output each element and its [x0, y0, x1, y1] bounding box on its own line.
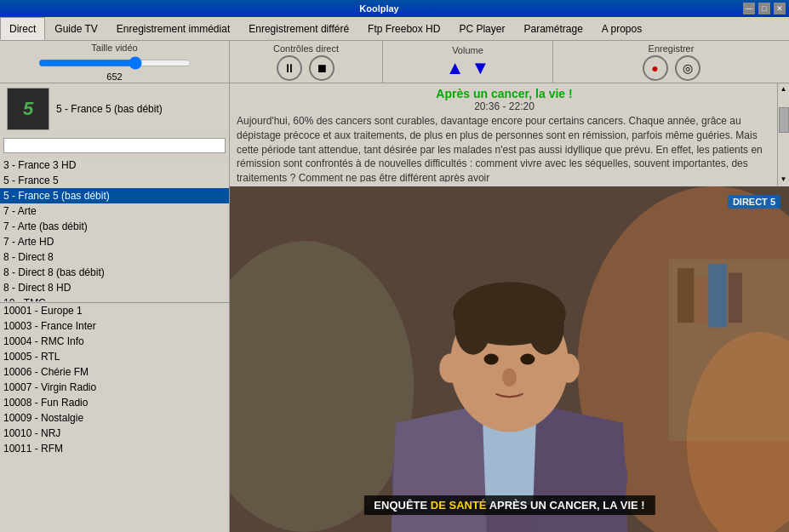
menu-guide-tv[interactable]: Guide TV	[45, 17, 106, 40]
list-item[interactable]: 7 - Arte	[0, 203, 229, 219]
program-info: Après un cancer, la vie ! 20:36 - 22:20 …	[230, 83, 789, 186]
svg-rect-6	[696, 277, 707, 323]
volume-down-button[interactable]: ▼	[472, 57, 490, 79]
list-item[interactable]: 5 - France 5	[0, 173, 229, 188]
menu-a-propos[interactable]: A propos	[592, 17, 651, 40]
program-scrollbar[interactable]: ▲ ▼	[777, 83, 789, 186]
subtitle-rest: APRÈS UN CANCER, LA VIE !	[487, 499, 645, 512]
direct-ctrl-buttons: ⏸ ⏹	[277, 55, 334, 81]
channel-logo-text: 5	[23, 98, 33, 120]
list-item[interactable]: 8 - Direct 8 HD	[0, 280, 229, 295]
menu-pc-player[interactable]: PC Player	[449, 17, 514, 40]
record-stop-button[interactable]: ◎	[675, 55, 700, 81]
menu-parametrage[interactable]: Paramétrage	[514, 17, 592, 40]
svg-rect-8	[729, 273, 742, 323]
svg-point-17	[520, 354, 535, 365]
subtitle-bar: ENQUÊTE DE SANTÉ APRÈS UN CANCER, LA VIE…	[363, 495, 655, 515]
left-panel: 5 5 - France 5 (bas débit) 3 - France 3 …	[0, 83, 230, 532]
channel-list[interactable]: 3 - France 3 HD 5 - France 5 5 - France …	[0, 157, 229, 302]
list-item[interactable]: 10008 - Fun Radio	[0, 395, 229, 410]
pause-button[interactable]: ⏸	[277, 55, 302, 81]
menu-ftp-freebox[interactable]: Ftp Freebox HD	[358, 17, 449, 40]
program-title: Après un cancer, la vie !	[237, 87, 772, 100]
direct-controls-section: Contrôles direct ⏸ ⏹	[230, 41, 383, 83]
menu-bar: Direct Guide TV Enregistrement immédiat …	[0, 17, 789, 41]
video-size-body	[38, 54, 192, 72]
radio-list[interactable]: 10001 - Europe 1 10003 - France Inter 10…	[0, 303, 229, 532]
channel-name: 5 - France 5 (bas débit)	[56, 103, 163, 115]
video-size-section: Taille vidéo 652	[0, 41, 230, 83]
list-item-selected[interactable]: 5 - France 5 (bas débit)	[0, 188, 229, 203]
svg-point-14	[455, 300, 491, 355]
list-item[interactable]: 10004 - RMC Info	[0, 334, 229, 349]
list-item[interactable]: 10003 - France Inter	[0, 318, 229, 334]
enregistrer-buttons: ● ◎	[643, 55, 700, 81]
enregistrer-label: Enregistrer	[649, 43, 695, 54]
scroll-down-arrow[interactable]: ▼	[780, 174, 787, 186]
video-size-label: Taille vidéo	[91, 43, 137, 53]
direct-ctrl-label: Contrôles direct	[273, 43, 339, 54]
svg-point-19	[439, 354, 461, 383]
svg-point-16	[484, 354, 499, 365]
subtitle-de-sante: DE SANTÉ	[431, 499, 487, 512]
video-size-slider[interactable]	[38, 56, 192, 70]
list-item[interactable]: 10001 - Europe 1	[0, 303, 229, 318]
content-area: 5 5 - France 5 (bas débit) 3 - France 3 …	[0, 83, 789, 532]
list-item[interactable]: 8 - Direct 8	[0, 249, 229, 265]
list-item[interactable]: 8 - Direct 8 (bas débit)	[0, 265, 229, 280]
record-button[interactable]: ●	[643, 55, 668, 81]
program-description: Aujourd'hui, 60% des cancers sont curabl…	[237, 114, 772, 182]
volume-section: Volume ▲ ▼	[383, 41, 553, 83]
svg-point-15	[528, 300, 564, 355]
menu-enregistrement-differe[interactable]: Enregistrement différé	[239, 17, 358, 40]
menu-direct[interactable]: Direct	[0, 17, 45, 40]
main-content: Taille vidéo 652 Contrôles direct ⏸ ⏹ Vo…	[0, 41, 789, 532]
minimize-button[interactable]: —	[743, 3, 755, 14]
svg-rect-5	[678, 268, 694, 323]
scroll-up-arrow[interactable]: ▲	[780, 83, 787, 95]
maximize-button[interactable]: □	[758, 3, 770, 14]
stop-button[interactable]: ⏹	[309, 55, 334, 81]
channel-logo: 5	[7, 88, 49, 130]
video-area: DIRECT 5 ENQUÊTE DE SANTÉ APRÈS UN CANCE…	[230, 186, 789, 532]
subtitle-enquete: ENQUÊTE	[374, 499, 430, 512]
svg-point-20	[557, 354, 580, 383]
video-size-value: 652	[106, 72, 122, 82]
list-item[interactable]: 7 - Arte HD	[0, 234, 229, 249]
search-box	[0, 134, 229, 157]
enregistrer-section: Enregistrer ● ◎	[553, 41, 789, 83]
list-item[interactable]: 10005 - RTL	[0, 349, 229, 364]
menu-enregistrement-immediat[interactable]: Enregistrement immédiat	[107, 17, 239, 40]
volume-up-button[interactable]: ▲	[446, 57, 465, 79]
volume-label: Volume	[452, 45, 483, 55]
scroll-thumb[interactable]	[779, 107, 789, 133]
program-time: 20:36 - 22:20	[237, 100, 772, 112]
window-controls[interactable]: — □ ✕	[741, 3, 786, 14]
list-item[interactable]: 10009 - Nostalgie	[0, 410, 229, 426]
right-panel: Après un cancer, la vie ! 20:36 - 22:20 …	[230, 83, 789, 532]
title-bar: Koolplay — □ ✕	[0, 0, 789, 17]
list-item[interactable]: 10 - TMC	[0, 295, 229, 302]
volume-buttons: ▲ ▼	[446, 57, 490, 79]
list-item[interactable]: 3 - France 3 HD	[0, 157, 229, 173]
window-title: Koolplay	[17, 3, 741, 14]
close-button[interactable]: ✕	[774, 3, 786, 14]
svg-point-18	[502, 369, 517, 386]
list-item[interactable]: 10006 - Chérie FM	[0, 364, 229, 380]
list-item[interactable]: 10011 - RFM	[0, 441, 229, 456]
channel-info: 5 5 - France 5 (bas débit)	[0, 83, 229, 134]
controls-row: Taille vidéo 652 Contrôles direct ⏸ ⏹ Vo…	[0, 41, 789, 83]
svg-rect-7	[708, 264, 726, 328]
video-frame	[230, 186, 789, 532]
list-item[interactable]: 10007 - Virgin Radio	[0, 380, 229, 395]
search-input[interactable]	[3, 138, 226, 153]
channel-watermark: DIRECT 5	[728, 195, 780, 209]
list-item[interactable]: 7 - Arte (bas débit)	[0, 219, 229, 234]
list-item[interactable]: 10010 - NRJ	[0, 426, 229, 441]
